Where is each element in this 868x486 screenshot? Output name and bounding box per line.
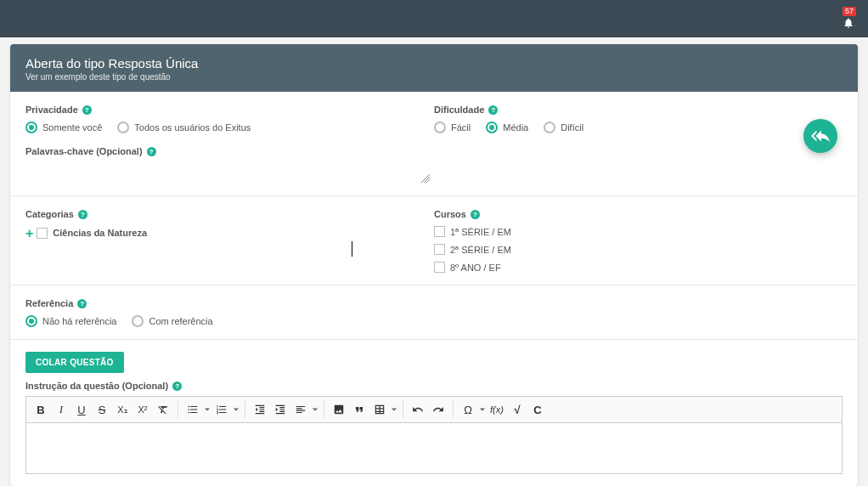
italic-button[interactable]: I (52, 400, 70, 419)
chevron-down-icon (312, 406, 318, 413)
course-checkbox[interactable] (434, 262, 445, 273)
help-icon[interactable]: ? (471, 210, 480, 219)
back-fab-button[interactable] (803, 119, 837, 153)
privacy-radio-all-users[interactable]: Todos os usuários do Exitus (117, 122, 251, 133)
question-form-card: Aberta do tipo Resposta Única Ver um exe… (10, 44, 858, 486)
formula-button[interactable]: f(x) (488, 400, 506, 419)
clear-format-icon (157, 404, 169, 415)
bold-button[interactable]: B (31, 400, 50, 419)
help-icon[interactable]: ? (147, 147, 156, 156)
course-checkbox[interactable] (434, 244, 445, 255)
section-instruction: Instrução da questão (Opcional) ? B I U … (10, 380, 858, 486)
card-subtitle[interactable]: Ver um exemplo deste tipo de questão (25, 72, 843, 82)
radio-label: Não há referência (42, 316, 116, 326)
difficulty-radio-medium[interactable]: Média (486, 122, 528, 133)
reply-all-icon (811, 127, 830, 145)
notifications[interactable]: 57 (836, 7, 856, 31)
help-icon[interactable]: ? (82, 105, 92, 115)
redo-icon (432, 404, 444, 415)
outdent-icon (254, 404, 266, 415)
editor-toolbar: B I U S X₂ X² Ω (25, 396, 843, 423)
indent-button[interactable] (271, 400, 290, 419)
courses-label: Cursos (434, 209, 466, 219)
radio-icon (544, 122, 555, 133)
reference-radio-none[interactable]: Não há referência (25, 315, 116, 327)
difficulty-radio-easy[interactable]: Fácil (434, 122, 471, 133)
topbar: 57 (0, 0, 868, 37)
special-char-button[interactable]: Ω (459, 400, 477, 419)
subscript-button[interactable]: X₂ (113, 400, 132, 419)
strikethrough-button[interactable]: S (93, 400, 111, 419)
privacy-radio-only-you[interactable]: Somente você (25, 122, 102, 133)
align-left-icon (295, 404, 307, 415)
redo-button[interactable] (429, 400, 448, 419)
chevron-down-icon (391, 406, 397, 413)
math-button[interactable]: √ (508, 400, 527, 419)
privacy-field: Privacidade ? Somente você Todos os usuá… (25, 104, 434, 133)
radio-label: Fácil (451, 122, 471, 133)
section-keywords: Palavras-chave (Opcional) ? (10, 145, 858, 195)
special-char-dropdown[interactable] (479, 400, 486, 419)
course-label: 8º ANO / EF (450, 263, 501, 273)
help-icon[interactable]: ? (78, 210, 87, 219)
image-button[interactable] (330, 400, 348, 419)
clear-format-button[interactable] (154, 400, 172, 419)
quote-button[interactable] (350, 400, 369, 419)
text-cursor (352, 241, 352, 257)
radio-label: Com referência (149, 316, 212, 326)
numbered-list-dropdown[interactable] (233, 400, 240, 419)
help-icon[interactable]: ? (488, 105, 498, 115)
difficulty-radio-hard[interactable]: Difícil (544, 122, 583, 133)
expand-icon[interactable]: + (25, 227, 33, 240)
course-label: 1ª SÉRIE / EM (450, 227, 511, 237)
instruction-editor[interactable] (25, 423, 843, 474)
underline-button[interactable]: U (72, 400, 91, 419)
radio-icon (486, 122, 498, 133)
course-checkbox[interactable] (434, 226, 445, 237)
course-label: 2ª SÉRIE / EM (450, 245, 511, 255)
outdent-button[interactable] (251, 400, 269, 419)
radio-label: Difícil (561, 122, 583, 133)
section-paste: COLAR QUESTÃO (10, 340, 858, 380)
categories-field: Categorias ? + Ciências da Natureza (25, 208, 434, 273)
help-icon[interactable]: ? (172, 381, 182, 391)
undo-button[interactable] (409, 400, 427, 419)
chevron-down-icon (233, 406, 240, 413)
align-button[interactable] (291, 400, 310, 419)
section-reference: Referência ? Não há referência Com refer… (10, 285, 858, 339)
courses-field: Cursos ? 1ª SÉRIE / EM 2ª SÉRIE / EM 8º … (434, 208, 843, 273)
bullet-list-dropdown[interactable] (204, 400, 211, 419)
table-button[interactable] (370, 400, 389, 419)
superscript-button[interactable]: X² (133, 400, 152, 419)
radio-icon (132, 315, 144, 327)
category-checkbox[interactable] (37, 228, 48, 239)
align-dropdown[interactable] (312, 400, 318, 419)
image-icon (333, 404, 345, 415)
keywords-label: Palavras-chave (Opcional) (25, 146, 143, 156)
card-header: Aberta do tipo Resposta Única Ver um exe… (10, 44, 858, 92)
help-icon[interactable]: ? (77, 299, 87, 308)
reference-radio-with[interactable]: Com referência (132, 315, 212, 327)
bullet-list-icon (187, 404, 199, 415)
privacy-label: Privacidade (25, 105, 78, 115)
card-title: Aberta do tipo Resposta Única (25, 56, 843, 71)
code-button[interactable]: C (528, 400, 547, 419)
category-label: Ciências da Natureza (53, 228, 147, 238)
course-item: 8º ANO / EF (434, 262, 843, 273)
numbered-list-button[interactable] (212, 400, 231, 419)
section-categories-courses: Categorias ? + Ciências da Natureza Curs… (10, 196, 858, 285)
radio-icon (434, 122, 446, 133)
radio-label: Média (503, 122, 528, 133)
radio-icon (25, 122, 37, 133)
bullet-list-button[interactable] (183, 400, 202, 419)
keywords-input[interactable] (25, 163, 425, 184)
resize-handle-icon[interactable] (421, 173, 430, 185)
section-privacy-difficulty: Privacidade ? Somente você Todos os usuá… (10, 92, 858, 145)
table-dropdown[interactable] (391, 400, 397, 419)
reference-label: Referência (25, 298, 73, 308)
difficulty-field: Dificuldade ? Fácil Média Difícil (434, 104, 843, 133)
bell-icon (843, 17, 854, 29)
undo-icon (412, 404, 424, 415)
course-item: 1ª SÉRIE / EM (434, 226, 843, 237)
paste-question-button[interactable]: COLAR QUESTÃO (25, 352, 124, 373)
